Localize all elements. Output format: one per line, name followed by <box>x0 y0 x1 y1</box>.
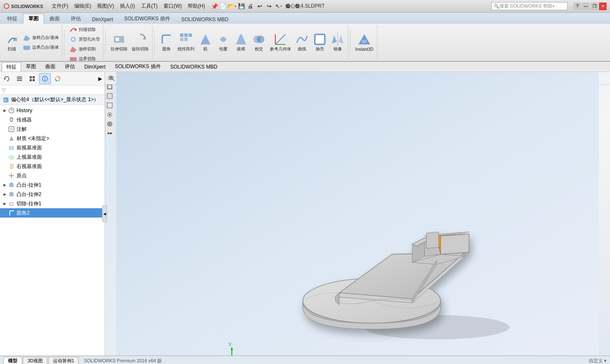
panel-expand-btn[interactable]: ▶ <box>97 75 104 83</box>
tab-sw-plugins-cmd[interactable]: SOLIDWORKS 插件 <box>110 62 166 72</box>
ribbon-btn-loft[interactable]: 放样凸台/基体 <box>21 33 60 42</box>
tab-evaluate[interactable]: 评估 <box>65 14 86 24</box>
tab-surface-cmd[interactable]: 曲面 <box>41 62 60 72</box>
restore-button[interactable]: ❐ <box>591 3 598 10</box>
tab-sketch-cmd[interactable]: 草图 <box>21 62 41 72</box>
boss-extrude2-expand-icon: ▶ <box>2 191 8 197</box>
appearance-tool[interactable] <box>52 73 64 84</box>
menu-tools[interactable]: 工具(T) <box>139 2 160 11</box>
qa-redo[interactable]: ↪ <box>265 2 274 11</box>
tab-features[interactable]: 特征 <box>2 14 23 24</box>
tree-item-top-plane[interactable]: 上视基准面 <box>0 152 105 162</box>
instant3d-icon: 3D <box>358 33 371 47</box>
feature-tree: ▶ History 传感器 注解 <box>0 105 105 356</box>
ribbon-group-items-fillet: 圆角 线性阵列 <box>158 25 346 60</box>
status-tab-motion[interactable]: 运动算例1 <box>48 357 79 364</box>
svg-marker-17 <box>236 34 246 44</box>
tree-item-cut-extrude1[interactable]: ▶ 切除-拉伸1 <box>0 199 105 208</box>
qa-open[interactable]: 📂▾ <box>227 2 237 11</box>
svg-rect-3 <box>75 29 77 31</box>
model-svg: X Y Z <box>105 72 610 356</box>
sensors-label: 传感器 <box>17 116 32 124</box>
svg-rect-60 <box>9 193 14 196</box>
minimize-button[interactable]: — <box>582 3 590 10</box>
loft-icon <box>22 33 31 42</box>
qa-print[interactable]: 🖨 <box>246 2 255 11</box>
tree-item-material[interactable]: 材质 <未指定> <box>0 134 105 143</box>
ribbon-btn-draft[interactable]: 拔模 <box>233 32 250 53</box>
ribbon-btn-curves[interactable]: 曲线 <box>294 32 311 53</box>
pin-icon[interactable]: 📌 <box>211 3 218 10</box>
tree-item-right-plane[interactable]: 右视基准面 <box>0 162 105 171</box>
tree-item-history[interactable]: ▶ History <box>0 106 105 115</box>
panel-collapse-handle[interactable]: ◀ <box>102 205 107 222</box>
tree-item-boss-extrude2[interactable]: ▶ 凸台-拉伸2 <box>0 190 105 199</box>
ribbon-btn-fillet[interactable]: 圆角 <box>158 32 175 53</box>
ribbon-btn-mirror[interactable]: 镜像 <box>329 32 346 53</box>
svg-rect-12 <box>184 33 188 37</box>
tab-dimxpert[interactable]: DimXpert <box>86 15 119 24</box>
ribbon-btn-revolve-cut[interactable]: 旋转切除 <box>130 32 150 53</box>
tree-item-boss-extrude1[interactable]: ▶ 凸台-拉伸1 <box>0 180 105 190</box>
qa-select[interactable]: ↖▾ <box>274 2 283 11</box>
tab-sketch[interactable]: 草图 <box>23 14 44 24</box>
search-box[interactable]: 🔍 搜索 SOLIDWORKS 帮助 ▾ <box>491 2 568 10</box>
ribbon-btn-extruded-cut[interactable]: 拉伸切除 <box>109 32 129 53</box>
ribbon-btn-loft-cut[interactable]: 放样切割 <box>68 44 101 54</box>
undo-tool[interactable] <box>1 73 13 84</box>
menu-insert[interactable]: 插入(I) <box>117 2 137 11</box>
tree-item-origin[interactable]: 原点 <box>0 171 105 180</box>
tab-sw-plugins[interactable]: SOLIDWORKS 插件 <box>119 14 176 24</box>
ribbon-btn-hole-wizard[interactable]: 异型孔向导 <box>68 35 101 44</box>
draft-icon <box>234 33 248 46</box>
status-tab-model[interactable]: 模型 <box>3 357 22 364</box>
ribbon-btn-boundary-cut[interactable]: 边界切除 <box>68 54 101 61</box>
document-title: 偏心轮4.SLDPRT <box>285 3 324 10</box>
ribbon-btn-ref-geometry[interactable]: 参考几何体 <box>268 32 293 53</box>
tree-item-sensors[interactable]: 传感器 <box>0 115 105 124</box>
sweep-cut-icon <box>69 25 78 34</box>
ribbon-btn-wrap[interactable]: 包覆 <box>215 32 232 53</box>
svg-rect-0 <box>14 38 17 41</box>
cut-extrude1-label: 切除-拉伸1 <box>17 200 42 207</box>
tree-item-fillet2[interactable]: 圆角2 <box>0 208 105 218</box>
property-tool[interactable] <box>39 73 51 84</box>
ribbon-group-items-cut: 扫描切除 异型孔向导 放样切割 <box>68 25 101 61</box>
menu-file[interactable]: 文件(F) <box>49 2 71 11</box>
ribbon-btn-shell[interactable]: 抽壳 <box>311 32 328 53</box>
menu-help[interactable]: 帮助(H) <box>185 2 208 11</box>
tab-sw-mbd[interactable]: SOLIDWORKS MBD <box>176 15 234 24</box>
status-tab-3dview[interactable]: 3D视图 <box>23 357 47 364</box>
ribbon-btn-intersect[interactable]: 相交 <box>250 32 267 53</box>
tree-item-annotations[interactable]: 注解 <box>0 124 105 134</box>
ribbon-btn-sweep[interactable]: 扫描 <box>3 32 20 53</box>
ribbon-btn-sweep-cut[interactable]: 扫描切除 <box>68 25 101 34</box>
menu-edit[interactable]: 编辑(E) <box>72 2 94 11</box>
tab-dimxpert-cmd[interactable]: DimXpert <box>80 63 110 71</box>
tab-surface[interactable]: 曲面 <box>44 14 65 24</box>
ribbon-btn-linear-pattern[interactable]: 线性阵列 <box>176 32 196 53</box>
tab-sw-mbd-cmd[interactable]: SOLIDWORKS MBD <box>166 63 222 71</box>
ribbon-btn-instant3d[interactable]: 3D Instant3D <box>354 33 375 52</box>
view-tool[interactable] <box>26 73 38 84</box>
wrap-icon <box>216 33 230 46</box>
list-tool[interactable] <box>14 73 25 84</box>
tree-item-front-plane[interactable]: 前视基准面 <box>0 143 105 152</box>
customize-button[interactable]: 自定义 ▾ <box>589 358 607 364</box>
qa-undo[interactable]: ↩ <box>255 2 265 11</box>
tab-features-cmd[interactable]: 特征 <box>2 62 21 72</box>
window-controls: ? — ❐ ✕ <box>574 3 607 10</box>
ribbon-group-instant3d: 3D Instant3D <box>352 25 377 60</box>
ribbon-btn-rib[interactable]: 筋 <box>197 32 214 53</box>
ribbon-sep-1 <box>64 30 64 55</box>
close-button[interactable]: ✕ <box>599 3 607 10</box>
qa-new[interactable]: 📄 <box>218 2 227 11</box>
qa-save[interactable]: 💾 <box>237 2 246 11</box>
menu-view[interactable]: 视图(V) <box>94 2 116 11</box>
3d-viewport[interactable]: ✏ ◻ ⊞ ▤▾ ◉▾ ▾ 🖥▾ <box>105 72 610 356</box>
ribbon-btn-boundary[interactable]: 边界凸台/基体 <box>21 43 60 52</box>
annotations-expand-icon <box>2 126 8 132</box>
tab-evaluate-cmd[interactable]: 评估 <box>60 62 80 72</box>
help-button[interactable]: ? <box>574 3 581 10</box>
menu-window[interactable]: 窗口(W) <box>161 2 184 11</box>
